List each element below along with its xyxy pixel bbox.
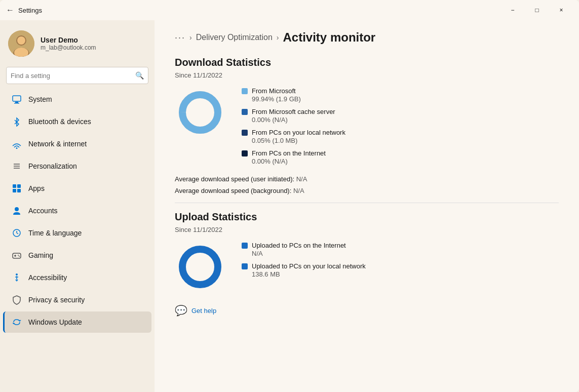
user-name: User Demo [41, 36, 96, 44]
bluetooth-icon [11, 116, 22, 127]
minimize-button[interactable]: − [501, 2, 524, 18]
maximize-button[interactable]: □ [525, 2, 549, 18]
nav-item-time[interactable]: Time & language [3, 222, 151, 244]
update-icon [11, 317, 22, 328]
svg-point-31 [188, 255, 212, 279]
legend-label-0: From Microsoft [252, 87, 296, 95]
nav-label-personalization: Personalization [28, 162, 77, 170]
search-input[interactable] [11, 72, 135, 80]
nav-label-system: System [28, 95, 52, 103]
nav-label-apps: Apps [28, 184, 45, 192]
svg-rect-20 [13, 253, 21, 258]
close-button[interactable]: × [550, 2, 573, 18]
breadcrumb-sep2: › [277, 33, 279, 42]
back-icon[interactable]: ← [6, 6, 14, 15]
download-since: Since 11/1/2022 [175, 71, 559, 79]
legend-dot-1 [242, 109, 248, 115]
legend-label-3: From PCs on the Internet [252, 149, 326, 157]
user-section[interactable]: User Demo m_lab@outlook.com [0, 24, 155, 65]
svg-rect-15 [17, 189, 21, 192]
nav-item-bluetooth[interactable]: Bluetooth & devices [3, 111, 151, 132]
svg-rect-6 [15, 102, 18, 103]
legend-value-3: 0.00% (N/A) [242, 158, 345, 165]
time-icon [11, 227, 22, 239]
upload-since: Since 11/1/2022 [175, 226, 559, 233]
upload-legend-value-0: N/A [242, 250, 366, 257]
accounts-icon [11, 205, 22, 216]
upload-section: Upload Statistics Since 11/1/2022 [175, 211, 559, 292]
nav-label-accessibility: Accessibility [28, 273, 67, 282]
personalization-icon [11, 161, 22, 172]
nav-item-update[interactable]: Windows Update [3, 311, 151, 333]
upload-legend-label-1: Uploaded to PCs on your local network [252, 262, 366, 270]
section-divider [175, 203, 559, 203]
upload-legend-item-1: Uploaded to PCs on your local network 13… [242, 262, 366, 278]
legend-label-1: From Microsoft cache server [252, 108, 335, 115]
legend-value-0: 99.94% (1.9 GB) [242, 95, 345, 103]
accessibility-icon [11, 272, 22, 283]
search-box[interactable]: 🔍 [6, 67, 148, 84]
legend-dot-0 [242, 88, 248, 94]
nav-item-network[interactable]: Network & internet [3, 133, 151, 154]
avg-speed-bg: Average download speed (background): N/A [175, 187, 559, 194]
sidebar: User Demo m_lab@outlook.com 🔍 System [0, 20, 155, 392]
upload-legend: Uploaded to PCs on the Internet N/A Uplo… [242, 242, 366, 278]
download-title: Download Statistics [175, 57, 559, 68]
upload-donut [175, 242, 225, 292]
system-icon [11, 94, 22, 105]
svg-point-16 [15, 207, 19, 211]
legend-item-3: From PCs on the Internet 0.00% (N/A) [242, 149, 345, 165]
download-section: Download Statistics Since 11/1/2022 [175, 57, 559, 194]
legend-item-2: From PCs on your local network 0.05% (1.… [242, 129, 345, 144]
upload-legend-label-0: Uploaded to PCs on the Internet [252, 242, 346, 249]
title-bar: ← Settings − □ × [0, 0, 579, 20]
upload-legend-dot-0 [242, 243, 248, 249]
gaming-icon [11, 250, 22, 261]
svg-point-3 [17, 36, 25, 45]
svg-line-19 [17, 233, 18, 234]
upload-legend-dot-1 [242, 263, 248, 269]
breadcrumb: ··· › Delivery Optimization › Activity m… [175, 30, 559, 45]
nav-label-network: Network & internet [28, 140, 87, 148]
search-icon: 🔍 [135, 71, 144, 80]
nav-label-update: Windows Update [28, 318, 82, 326]
nav-item-privacy[interactable]: Privacy & security [3, 289, 151, 310]
legend-dot-2 [242, 130, 248, 136]
nav-label-bluetooth: Bluetooth & devices [28, 117, 91, 126]
breadcrumb-parent[interactable]: Delivery Optimization [196, 33, 273, 42]
user-email: m_lab@outlook.com [41, 44, 96, 51]
nav-label-gaming: Gaming [28, 251, 53, 259]
avg-speed-user: Average download speed (user initiated):… [175, 175, 559, 183]
nav-item-apps[interactable]: Apps [3, 178, 151, 199]
nav-item-accessibility[interactable]: Accessibility [3, 267, 151, 288]
svg-point-8 [16, 147, 18, 149]
svg-point-29 [188, 100, 212, 125]
legend-item-1: From Microsoft cache server 0.00% (N/A) [242, 108, 345, 124]
breadcrumb-sep1: › [189, 33, 192, 42]
privacy-icon [11, 294, 22, 305]
help-section: 💬 Get help [175, 304, 559, 317]
upload-legend-value-1: 138.6 MB [242, 270, 366, 278]
nav-item-personalization[interactable]: Personalization [3, 155, 151, 177]
breadcrumb-dots[interactable]: ··· [175, 32, 185, 43]
svg-point-25 [16, 273, 18, 276]
legend-item-0: From Microsoft 99.94% (1.9 GB) [242, 87, 345, 103]
svg-rect-7 [14, 103, 19, 104]
avatar [8, 30, 34, 57]
legend-dot-3 [242, 150, 248, 156]
svg-rect-13 [17, 184, 21, 188]
svg-rect-14 [13, 189, 16, 192]
nav-item-accounts[interactable]: Accounts [3, 200, 151, 221]
svg-rect-5 [13, 96, 21, 101]
svg-point-24 [19, 256, 20, 257]
nav-item-gaming[interactable]: Gaming [3, 245, 151, 266]
nav-item-system[interactable]: System [3, 89, 151, 110]
download-donut [175, 87, 225, 138]
get-help-link[interactable]: Get help [191, 307, 216, 315]
upload-legend-item-0: Uploaded to PCs on the Internet N/A [242, 242, 366, 257]
legend-value-2: 0.05% (1.0 MB) [242, 137, 345, 144]
download-legend: From Microsoft 99.94% (1.9 GB) From Micr… [242, 87, 345, 165]
nav-label-accounts: Accounts [28, 207, 58, 215]
legend-value-1: 0.00% (N/A) [242, 116, 345, 124]
upload-stats-area: Uploaded to PCs on the Internet N/A Uplo… [175, 242, 559, 292]
